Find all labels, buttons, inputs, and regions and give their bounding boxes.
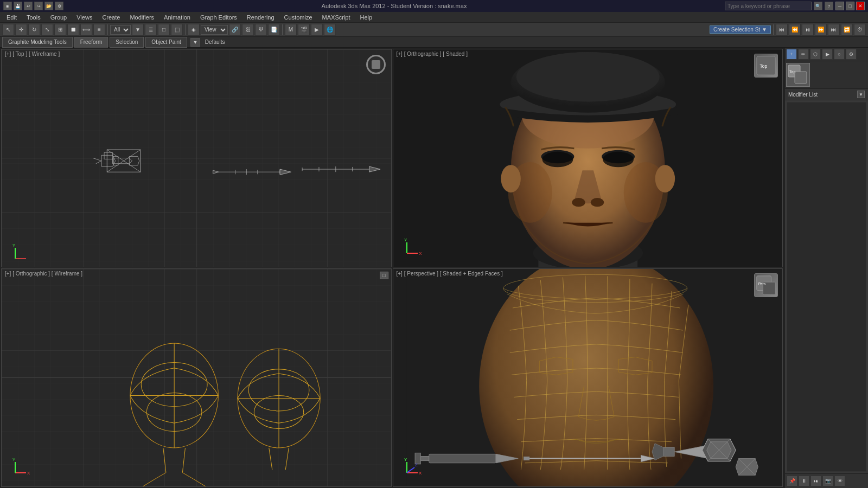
rp-utilities-icon[interactable]: ⚙ bbox=[846, 49, 857, 60]
tab-selection[interactable]: Selection bbox=[110, 37, 144, 48]
svg-text:Top: Top bbox=[789, 70, 795, 74]
create-selection-dropdown[interactable]: Create Selection St ▼ bbox=[710, 25, 771, 34]
rp-hierarchy-icon[interactable]: ⬡ bbox=[810, 49, 821, 60]
settings-icon[interactable]: ⚙ bbox=[55, 2, 63, 10]
svg-point-44 bbox=[603, 152, 634, 167]
vp-bl-corner-btn[interactable]: □ bbox=[380, 272, 388, 279]
rp-camera-btn[interactable]: 📷 bbox=[822, 476, 833, 486]
svg-rect-126 bbox=[795, 72, 807, 84]
menu-graph-editors[interactable]: Graph Editors bbox=[196, 12, 241, 23]
search-input[interactable] bbox=[725, 2, 812, 10]
rp-eye-btn[interactable]: 👁 bbox=[834, 476, 845, 486]
environment[interactable]: 🌐 bbox=[324, 24, 336, 36]
menu-modifiers[interactable]: Modifiers bbox=[125, 12, 158, 23]
sep3 bbox=[282, 24, 283, 35]
select-tool[interactable]: ↖ bbox=[2, 24, 14, 36]
window-cross[interactable]: ⬚ bbox=[171, 24, 183, 36]
move-tool[interactable]: ✛ bbox=[15, 24, 27, 36]
tab-object-paint[interactable]: Object Paint bbox=[145, 37, 187, 48]
svg-line-73 bbox=[269, 448, 272, 470]
vp-top-right-label: [+] [ Orthographic ] [ Shaded ] bbox=[397, 51, 468, 57]
bind-spacewarp[interactable]: Ψ bbox=[255, 24, 267, 36]
menu-animation[interactable]: Animation bbox=[159, 12, 195, 23]
material-editor[interactable]: M bbox=[285, 24, 297, 36]
main-area: [+] [ Top ] [ Wireframe ] bbox=[0, 48, 868, 488]
sep4 bbox=[773, 24, 774, 35]
vp-bottom-left-objects bbox=[2, 269, 391, 486]
svg-point-40 bbox=[516, 52, 659, 101]
rp-step-btn[interactable]: ⏭ bbox=[810, 476, 821, 486]
anim-play[interactable]: ⏯ bbox=[802, 24, 814, 36]
menu-help[interactable]: Help bbox=[356, 12, 377, 23]
unlink-tool[interactable]: ⛓ bbox=[242, 24, 254, 36]
svg-text:X: X bbox=[419, 471, 422, 476]
redo-icon[interactable]: ↪ bbox=[34, 2, 43, 10]
render-setup[interactable]: 🎬 bbox=[298, 24, 310, 36]
anim-last[interactable]: ⏭ bbox=[828, 24, 840, 36]
svg-point-43 bbox=[542, 152, 573, 167]
viewport-top-right[interactable]: [+] [ Orthographic ] [ Shaded ] bbox=[393, 49, 783, 267]
graphite-bar: Graphite Modeling Tools Freeform Selecti… bbox=[0, 37, 868, 48]
select-filter[interactable]: ▼ bbox=[132, 24, 144, 36]
modifier-list-dropdown[interactable]: ▼ bbox=[857, 91, 865, 98]
3d-snap[interactable]: ◈ bbox=[188, 24, 200, 36]
view-select[interactable]: View bbox=[201, 25, 228, 35]
viewport-bottom-left[interactable]: [+] [ Orthographic ] [ Wireframe ] bbox=[1, 268, 392, 487]
rp-modify-icon[interactable]: ✏ bbox=[798, 49, 809, 60]
open-icon[interactable]: 📂 bbox=[44, 2, 53, 10]
menu-tools[interactable]: Tools bbox=[22, 12, 45, 23]
menu-rendering[interactable]: Rendering bbox=[242, 12, 279, 23]
rp-create-icon[interactable]: + bbox=[786, 49, 797, 60]
maximize-btn[interactable]: □ bbox=[846, 2, 854, 10]
rp-motion-icon[interactable]: ▶ bbox=[822, 49, 833, 60]
app-icon[interactable]: ■ bbox=[3, 2, 12, 10]
viewport-bottom-right[interactable]: [+] [ Perspective ] [ Shaded + Edged Fac… bbox=[393, 268, 783, 487]
rect-select[interactable]: □ bbox=[158, 24, 170, 36]
select-by-name[interactable]: ≣ bbox=[145, 24, 157, 36]
snap-toggle[interactable]: 🔲 bbox=[67, 24, 79, 36]
menu-views[interactable]: Views bbox=[72, 12, 97, 23]
svg-line-11 bbox=[93, 158, 101, 161]
search-btn[interactable]: 🔍 bbox=[814, 2, 822, 10]
menu-edit[interactable]: Edit bbox=[2, 12, 21, 23]
viewport-nav-tl[interactable] bbox=[366, 55, 386, 74]
menu-maxscript[interactable]: MAXScript bbox=[318, 12, 355, 23]
help-icon[interactable]: ? bbox=[825, 2, 833, 10]
menu-group[interactable]: Group bbox=[46, 12, 72, 23]
tab-freeform[interactable]: Freeform bbox=[74, 37, 108, 48]
menu-customize[interactable]: Customize bbox=[280, 12, 317, 23]
filter-select[interactable]: All bbox=[110, 25, 131, 35]
rp-nav-cube[interactable]: Top bbox=[786, 63, 810, 87]
modifier-list-content bbox=[787, 102, 866, 472]
tab-graphite-modeling[interactable]: Graphite Modeling Tools bbox=[2, 37, 73, 48]
rp-pin-btn[interactable]: 📌 bbox=[787, 476, 797, 486]
link-tool[interactable]: 🔗 bbox=[229, 24, 241, 36]
anim-mode[interactable]: 🔁 bbox=[841, 24, 853, 36]
anim-time[interactable]: ⏱ bbox=[854, 24, 866, 36]
ref-coord[interactable]: ⊞ bbox=[54, 24, 66, 36]
svg-rect-103 bbox=[524, 457, 529, 460]
undo-icon[interactable]: ↩ bbox=[24, 2, 33, 10]
align-tool[interactable]: ≡ bbox=[93, 24, 105, 36]
rp-display-icon[interactable]: ○ bbox=[834, 49, 845, 60]
viewport-top-left[interactable]: [+] [ Top ] [ Wireframe ] bbox=[1, 49, 392, 267]
scale-tool[interactable]: ⤡ bbox=[41, 24, 53, 36]
save-icon[interactable]: 💾 bbox=[14, 2, 22, 10]
anim-keyframe[interactable]: ⏮ bbox=[776, 24, 788, 36]
named-sel[interactable]: 📑 bbox=[268, 24, 280, 36]
rotate-tool[interactable]: ↻ bbox=[28, 24, 40, 36]
anim-prev[interactable]: ⏪ bbox=[789, 24, 801, 36]
bar-options-btn[interactable]: ▼ bbox=[190, 38, 200, 47]
svg-rect-105 bbox=[663, 447, 674, 456]
viewport-nav-tr[interactable]: Top bbox=[754, 54, 778, 78]
quick-render[interactable]: ▶ bbox=[311, 24, 323, 36]
menu-create[interactable]: Create bbox=[98, 12, 124, 23]
mirror-tool[interactable]: ⟺ bbox=[80, 24, 92, 36]
viewport-nav-br[interactable]: Pers bbox=[754, 273, 778, 297]
face-render-svg bbox=[393, 49, 783, 267]
rp-pause-btn[interactable]: ⏸ bbox=[799, 476, 809, 486]
anim-next[interactable]: ⏩ bbox=[815, 24, 827, 36]
close-btn[interactable]: ✕ bbox=[856, 2, 865, 10]
minimize-btn[interactable]: ─ bbox=[835, 2, 844, 10]
vp-bottom-right-label: [+] [ Perspective ] [ Shaded + Edged Fac… bbox=[397, 271, 503, 277]
